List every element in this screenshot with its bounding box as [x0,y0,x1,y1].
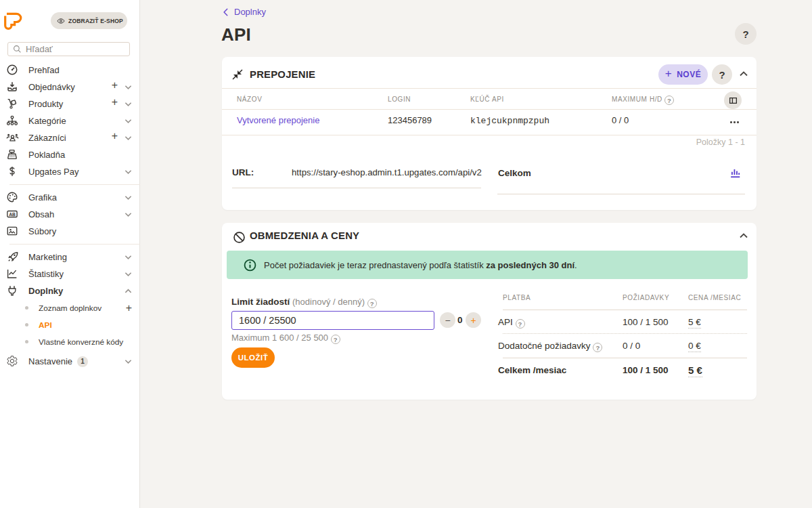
svg-text:AB: AB [9,212,16,217]
